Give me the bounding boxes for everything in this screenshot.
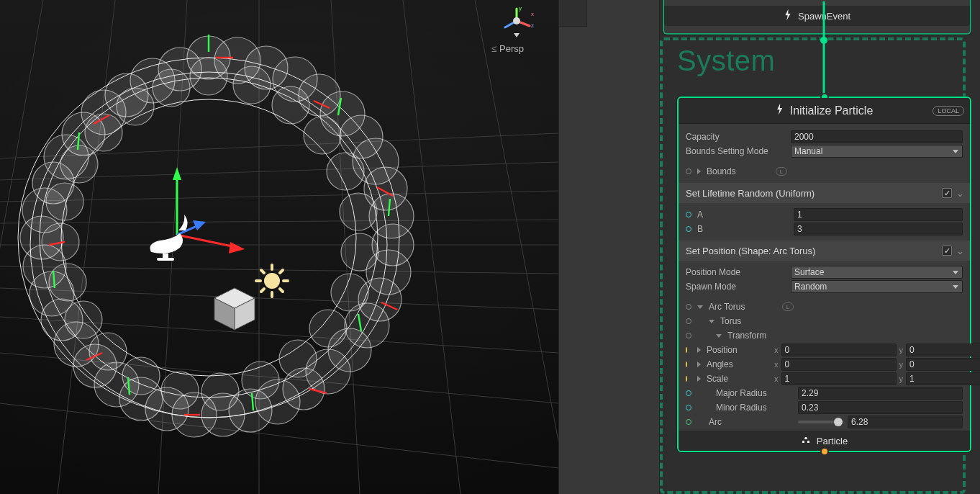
node-output-port[interactable] (820, 447, 829, 456)
svg-point-62 (304, 117, 341, 154)
svg-marker-126 (514, 33, 520, 37)
svg-line-117 (280, 270, 283, 273)
vfx-graph-panel[interactable]: System SpawnEvent Initialize Particle LO… (660, 0, 980, 494)
minor-radius-label: Minor Radius (716, 403, 794, 413)
port-pin[interactable] (686, 376, 687, 382)
local-space-badge[interactable]: LOCAL (933, 106, 964, 116)
capacity-input[interactable] (791, 130, 963, 143)
initialize-particle-node[interactable]: Initialize Particle LOCAL Capacity Bound… (677, 96, 971, 452)
svg-text:y: y (519, 5, 522, 12)
major-radius-input[interactable] (798, 387, 963, 400)
port-pin[interactable] (686, 304, 691, 310)
svg-point-122 (513, 17, 520, 24)
loop-badge: L (776, 167, 787, 176)
svg-point-127 (820, 37, 827, 44)
a-label: A (697, 210, 789, 220)
expand-icon[interactable] (697, 361, 701, 367)
svg-point-77 (46, 183, 83, 220)
port-pin[interactable] (686, 361, 687, 367)
position-enabled-checkbox[interactable]: ✓ (942, 246, 952, 256)
port-pin[interactable] (686, 419, 691, 425)
slider-thumb[interactable] (834, 418, 843, 426)
spawn-node[interactable]: SpawnEvent (663, 0, 971, 35)
port-pin[interactable] (686, 347, 687, 353)
particle-icon (801, 436, 811, 446)
pos-y-input[interactable] (906, 343, 980, 356)
bounds-label: Bounds (707, 166, 771, 176)
spawn-mode-label: Spawn Mode (686, 282, 786, 292)
bounds-row: Bounds L (686, 164, 963, 179)
arc-value-input[interactable] (848, 416, 963, 428)
port-pin[interactable] (686, 333, 691, 338)
init-node-header[interactable]: Initialize Particle LOCAL (679, 98, 970, 124)
transform-row: Transform (686, 328, 963, 343)
svg-point-67 (309, 310, 347, 347)
particle-footer-label: Particle (817, 436, 848, 446)
expand-icon[interactable] (697, 169, 701, 174)
position-label: Position (707, 345, 770, 355)
position-block-header[interactable]: Set Position (Shape: Arc Torus) ✓ ⌄ (679, 241, 970, 261)
orientation-gizmo[interactable]: x y z (495, 4, 538, 37)
svg-point-65 (341, 233, 378, 271)
ang-y-input[interactable] (906, 358, 980, 371)
camera-mode-label[interactable]: Persp (491, 43, 524, 54)
lifetime-enabled-checkbox[interactable]: ✓ (942, 188, 952, 198)
svg-point-68 (279, 340, 317, 377)
svg-point-74 (65, 301, 102, 338)
svg-point-61 (272, 86, 309, 124)
scale-vector-row: Scale x y z (686, 372, 963, 386)
spawn-node-footer: SpawnEvent (664, 6, 970, 26)
port-pin[interactable] (686, 318, 691, 324)
lifetime-b-row: B (686, 222, 963, 236)
port-pin[interactable] (686, 226, 691, 232)
port-pin[interactable] (686, 390, 691, 396)
lifetime-a-input[interactable] (794, 208, 963, 221)
chevron-down-icon[interactable]: ⌄ (956, 246, 964, 256)
ang-x-input[interactable] (781, 358, 897, 371)
svg-point-60 (233, 66, 271, 104)
arc-slider[interactable] (798, 421, 839, 423)
bounds-mode-label: Bounds Setting Mode (686, 146, 786, 156)
scale-y-input[interactable] (906, 372, 980, 385)
svg-text:z: z (531, 22, 534, 29)
svg-text:x: x (531, 11, 534, 17)
init-node-title: Initialize Particle (790, 104, 874, 117)
position-block-title: Set Position (Shape: Arc Torus) (686, 246, 815, 256)
bounds-mode-select[interactable]: Manual (791, 145, 963, 158)
major-radius-row: Major Radius (686, 386, 963, 400)
port-pin[interactable] (686, 169, 691, 174)
scene-view[interactable]: x y z Persp (0, 0, 558, 494)
minor-radius-row: Minor Radius (686, 400, 963, 415)
position-mode-select[interactable]: Surface (791, 266, 963, 279)
arc-torus-label: Arc Torus (709, 302, 778, 312)
transform-label: Transform (727, 331, 828, 341)
lifetime-block-header[interactable]: Set Lifetime Random (Uniform) ✓ ⌄ (679, 183, 970, 203)
expand-icon[interactable] (709, 320, 714, 323)
svg-line-118 (261, 289, 264, 292)
bolt-icon (784, 9, 792, 23)
spawn-event-label: SpawnEvent (798, 11, 850, 22)
expand-icon[interactable] (697, 376, 701, 382)
expand-icon[interactable] (697, 347, 701, 353)
spawn-mode-select[interactable]: Random (791, 280, 963, 293)
svg-line-6 (0, 220, 558, 223)
port-pin[interactable] (686, 405, 691, 410)
port-pin[interactable] (686, 212, 691, 217)
panel-divider[interactable] (558, 0, 660, 494)
svg-point-80 (117, 88, 154, 125)
major-radius-label: Major Radius (716, 388, 794, 398)
scale-x-input[interactable] (781, 372, 897, 385)
pos-x-input[interactable] (781, 343, 897, 356)
position-mode-label: Position Mode (686, 267, 786, 277)
lifetime-b-input[interactable] (794, 223, 963, 235)
system-title: System (673, 45, 779, 77)
chevron-down-icon[interactable]: ⌄ (956, 188, 964, 199)
expand-icon[interactable] (716, 334, 722, 338)
torus-row: Torus (686, 314, 963, 328)
svg-line-116 (280, 289, 283, 292)
minor-radius-input[interactable] (798, 401, 963, 414)
b-label: B (697, 224, 789, 234)
angles-label: Angles (707, 359, 770, 369)
svg-point-70 (201, 373, 239, 410)
expand-icon[interactable] (697, 305, 703, 309)
